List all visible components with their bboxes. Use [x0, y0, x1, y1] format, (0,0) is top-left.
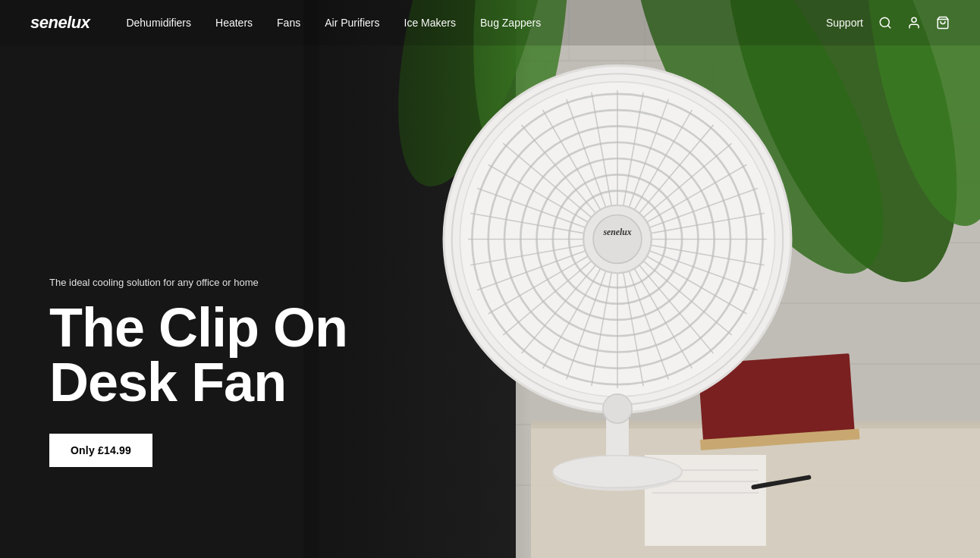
hero-title-line1: The Clip On: [49, 297, 347, 358]
svg-point-75: [912, 17, 916, 22]
brand-logo[interactable]: senelux: [30, 13, 90, 33]
nav-right-actions: Support: [826, 16, 950, 30]
account-icon[interactable]: [907, 16, 921, 30]
hero-title: The Clip On Desk Fan: [49, 300, 347, 409]
cart-icon[interactable]: [936, 16, 950, 30]
nav-link-ice-makers[interactable]: Ice Makers: [404, 17, 456, 29]
svg-point-67: [593, 215, 642, 264]
nav-link-bug-zappers[interactable]: Bug Zappers: [480, 17, 541, 29]
navigation: senelux Dehumidifiers Heaters Fans Air P…: [0, 0, 980, 45]
nav-link-fans[interactable]: Fans: [277, 17, 300, 29]
search-icon[interactable]: [878, 16, 892, 30]
svg-line-74: [887, 25, 890, 27]
hero-cta-button[interactable]: Only £14.99: [49, 434, 152, 467]
nav-links: Dehumidifiers Heaters Fans Air Purifiers…: [126, 17, 826, 29]
nav-link-dehumidifiers[interactable]: Dehumidifiers: [126, 17, 191, 29]
hero-section: senelux senelux Dehumidifiers Heaters Fa…: [0, 0, 980, 558]
svg-text:senelux: senelux: [602, 227, 631, 237]
svg-point-71: [553, 456, 682, 488]
svg-point-72: [603, 394, 632, 423]
nav-link-air-purifiers[interactable]: Air Purifiers: [325, 17, 379, 29]
fan-image: senelux: [405, 45, 830, 546]
hero-title-line2: Desk Fan: [49, 352, 286, 412]
hero-content: The ideal cooling solution for any offic…: [49, 277, 347, 467]
hero-subtitle: The ideal cooling solution for any offic…: [49, 277, 347, 288]
nav-link-heaters[interactable]: Heaters: [215, 17, 253, 29]
support-link[interactable]: Support: [826, 17, 863, 29]
